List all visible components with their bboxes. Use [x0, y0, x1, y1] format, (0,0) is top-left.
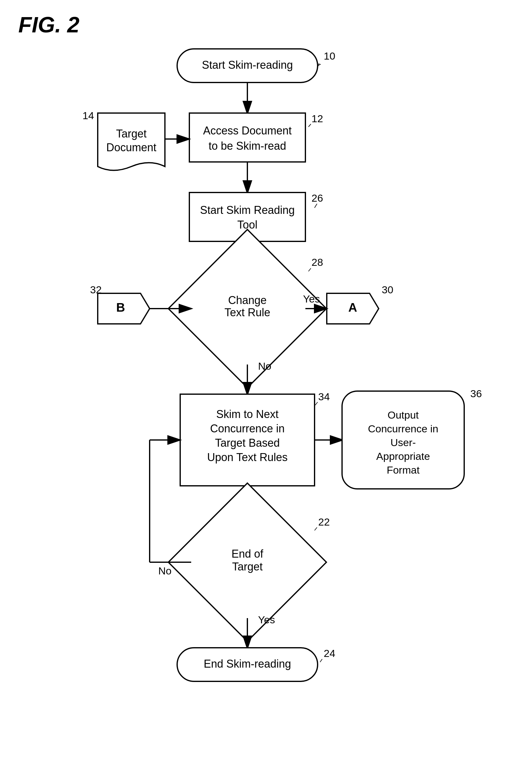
- svg-text:Start Skim-reading: Start Skim-reading: [202, 59, 293, 71]
- svg-marker-19: [98, 293, 150, 324]
- svg-rect-2: [177, 49, 318, 82]
- svg-text:14: 14: [82, 110, 94, 121]
- svg-text:Yes: Yes: [303, 293, 320, 304]
- svg-text:22: 22: [318, 516, 330, 528]
- svg-text:28: 28: [312, 256, 323, 268]
- svg-text:No: No: [258, 360, 271, 372]
- svg-line-70: [320, 659, 322, 662]
- svg-text:User-: User-: [390, 437, 416, 448]
- svg-rect-50: [177, 648, 318, 681]
- svg-line-69: [315, 527, 317, 531]
- svg-text:Output: Output: [388, 409, 419, 421]
- svg-text:Appropriate: Appropriate: [376, 451, 430, 462]
- svg-text:Target: Target: [232, 560, 263, 573]
- svg-text:32: 32: [90, 284, 102, 295]
- svg-line-66: [315, 204, 317, 208]
- svg-rect-12: [189, 192, 305, 241]
- svg-text:No: No: [158, 565, 171, 577]
- svg-text:Yes: Yes: [258, 614, 275, 626]
- svg-text:24: 24: [324, 648, 335, 659]
- svg-text:Target Based: Target Based: [215, 437, 280, 449]
- svg-rect-28: [180, 394, 315, 486]
- svg-text:36: 36: [470, 388, 482, 400]
- svg-text:26: 26: [312, 192, 323, 204]
- svg-marker-22: [327, 293, 379, 324]
- svg-text:Concurrence in: Concurrence in: [210, 422, 285, 435]
- svg-text:End of: End of: [231, 548, 264, 560]
- fig-label: FIG. 2: [18, 12, 79, 37]
- svg-text:10: 10: [324, 50, 335, 62]
- svg-rect-5: [189, 113, 305, 162]
- svg-line-67: [308, 268, 311, 271]
- svg-line-64: [318, 63, 319, 67]
- svg-text:Concurrence in: Concurrence in: [368, 423, 439, 435]
- svg-text:A: A: [348, 301, 357, 314]
- diagram-container: FIG. 2 Start Skim-reading Access Documen…: [0, 0, 532, 766]
- svg-text:30: 30: [382, 284, 393, 295]
- svg-text:Change: Change: [228, 294, 267, 306]
- svg-line-65: [308, 124, 311, 127]
- svg-text:to be Skim-read: to be Skim-read: [209, 140, 286, 152]
- svg-text:Upon Text Rules: Upon Text Rules: [207, 451, 287, 464]
- svg-rect-41: [168, 483, 326, 641]
- svg-text:Skim to Next: Skim to Next: [216, 408, 279, 421]
- svg-text:Tool: Tool: [237, 218, 257, 231]
- svg-text:Start Skim Reading: Start Skim Reading: [200, 204, 295, 216]
- svg-text:B: B: [116, 301, 125, 314]
- svg-text:12: 12: [312, 113, 323, 124]
- flowchart-svg: Start Skim-reading Access Document to be…: [0, 0, 532, 766]
- svg-text:Document: Document: [106, 141, 156, 154]
- svg-text:Access Document: Access Document: [203, 124, 292, 137]
- svg-text:Format: Format: [387, 464, 420, 476]
- svg-line-68: [315, 402, 318, 405]
- svg-rect-34: [342, 391, 464, 489]
- svg-text:Text Rule: Text Rule: [224, 306, 270, 319]
- svg-rect-16: [168, 229, 326, 388]
- svg-text:End Skim-reading: End Skim-reading: [204, 658, 291, 670]
- svg-line-53: [318, 64, 321, 66]
- svg-text:Target: Target: [116, 127, 147, 140]
- svg-text:34: 34: [318, 391, 330, 403]
